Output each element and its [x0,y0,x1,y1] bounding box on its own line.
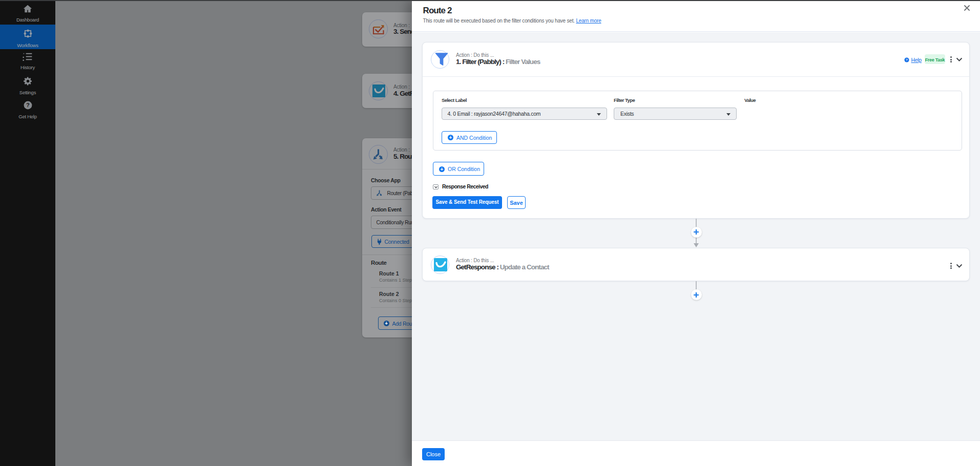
svg-text:?: ? [906,58,908,61]
svg-text:?: ? [26,102,30,108]
